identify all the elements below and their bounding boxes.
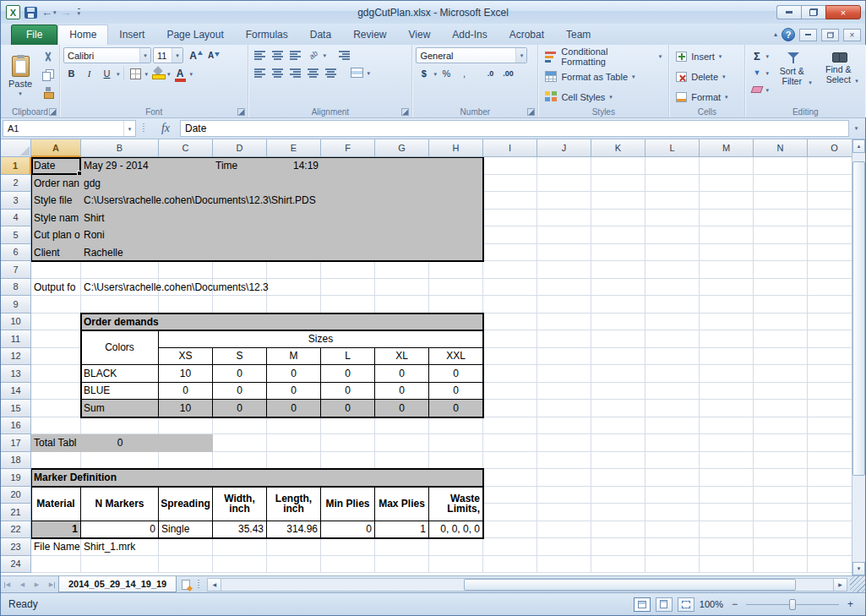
number-format-select[interactable]: General▾ (416, 47, 527, 63)
cell-H14[interactable]: 0 (429, 383, 483, 401)
row-header-14[interactable]: 14 (1, 383, 31, 401)
ribbon-tab-file[interactable]: File (11, 25, 57, 45)
increase-decimal-button[interactable]: .0 (482, 66, 498, 81)
column-header-M[interactable]: M (700, 139, 754, 157)
cell-G20[interactable]: Max Plies (375, 487, 429, 521)
row-header-2[interactable]: 2 (1, 175, 31, 193)
cell-E12[interactable]: M (267, 348, 321, 366)
cell-A8[interactable]: Output fo (31, 279, 81, 297)
align-right-button[interactable] (287, 65, 303, 80)
conditional-formatting-button[interactable]: Conditional Formatting ▾ (542, 47, 665, 65)
clipboard-dialog-launcher-icon[interactable] (49, 108, 57, 116)
close-button[interactable]: × (825, 5, 861, 19)
cell-D1[interactable]: Time (213, 157, 267, 175)
align-middle-button[interactable] (270, 47, 286, 63)
cell-B2[interactable]: gdg (81, 175, 159, 193)
chevron-down-icon[interactable]: ▾ (117, 71, 120, 77)
scroll-up-button[interactable]: ▲ (852, 139, 865, 153)
font-dialog-launcher-icon[interactable] (237, 108, 245, 116)
row-header-13[interactable]: 13 (1, 365, 31, 383)
column-header-N[interactable]: N (754, 139, 808, 157)
bold-button[interactable]: B (63, 66, 79, 81)
font-family-select[interactable]: Calibri▾ (63, 47, 151, 63)
chevron-down-icon[interactable]: ▾ (765, 87, 769, 93)
row-header-10[interactable]: 10 (1, 313, 31, 331)
cell-E15[interactable]: 0 (267, 400, 321, 417)
vertical-scrollbar[interactable]: ▲ ▼ (852, 139, 865, 575)
column-header-C[interactable]: C (159, 139, 213, 157)
cell-A3[interactable]: Style file (31, 192, 81, 210)
cell-D22[interactable]: 35.43 (213, 521, 267, 539)
decrease-decimal-button[interactable]: .00 (500, 66, 516, 81)
column-header-G[interactable]: G (375, 139, 429, 157)
insert-worksheet-button[interactable] (177, 576, 195, 592)
wrap-text-button[interactable] (336, 47, 352, 63)
view-page-break-button[interactable] (678, 597, 694, 612)
select-all-button[interactable] (1, 139, 31, 157)
chevron-down-icon[interactable]: ▾ (139, 48, 150, 63)
previous-sheet-button[interactable]: ◀ (15, 576, 30, 592)
cell-styles-button[interactable]: Cell Styles ▾ (542, 88, 665, 106)
cell-C20[interactable]: Spreading (159, 487, 213, 521)
ribbon-tab-insert[interactable]: Insert (108, 25, 155, 45)
align-center-button[interactable] (270, 65, 286, 80)
workbook-restore-button[interactable] (821, 29, 839, 41)
cell-B20[interactable]: N Markers (81, 487, 159, 521)
cell-A22[interactable]: 1 (31, 521, 81, 539)
format-painter-button[interactable] (40, 84, 56, 100)
cell-A23[interactable]: File Name (31, 538, 81, 556)
accounting-format-button[interactable]: $ (416, 66, 432, 81)
ribbon-tab-page-layout[interactable]: Page Layout (155, 25, 234, 45)
paste-button[interactable]: Paste ▾ (4, 47, 36, 105)
borders-button[interactable] (128, 66, 144, 81)
cell-B3[interactable]: C:\Users\rachelle.cohen\Documents\12.3\S… (81, 192, 159, 210)
column-header-D[interactable]: D (213, 139, 267, 157)
scroll-down-button[interactable]: ▼ (852, 562, 865, 575)
cell-D13[interactable]: 0 (213, 365, 267, 383)
column-header-J[interactable]: J (537, 139, 591, 157)
sheet-tab[interactable]: 2014_05_29_14_19_19 (58, 576, 177, 592)
row-header-24[interactable]: 24 (1, 556, 31, 574)
horizontal-scrollbar[interactable]: ◀ ▶ (207, 578, 847, 591)
chevron-down-icon[interactable]: ▾ (123, 121, 135, 136)
row-header-12[interactable]: 12 (1, 348, 31, 366)
insert-cells-button[interactable]: Insert ▾ (673, 47, 741, 65)
cell-B13[interactable]: BLACK (81, 365, 159, 383)
percent-style-button[interactable]: % (438, 66, 455, 81)
vertical-scroll-thumb[interactable] (852, 161, 865, 476)
zoom-out-button[interactable]: − (728, 598, 741, 611)
row-header-19[interactable]: 19 (1, 469, 31, 487)
chevron-down-icon[interactable]: ▾ (433, 71, 437, 77)
column-header-O[interactable]: O (808, 139, 852, 157)
shrink-font-button[interactable]: A (203, 48, 219, 63)
row-header-5[interactable]: 5 (1, 226, 31, 244)
cell-B22[interactable]: 0 (81, 521, 159, 539)
cell-F13[interactable]: 0 (321, 365, 375, 383)
cell-B23[interactable]: Shirt_1.mrk (81, 538, 159, 556)
autosum-button[interactable]: Σ (749, 48, 765, 63)
clear-button[interactable] (749, 82, 765, 97)
cell-D14[interactable]: 0 (213, 383, 267, 401)
column-header-K[interactable]: K (591, 139, 645, 157)
ribbon-tab-data[interactable]: Data (299, 25, 342, 45)
cell-A19[interactable]: Marker Definition (31, 469, 483, 487)
formula-input[interactable]: Date (180, 120, 849, 137)
view-normal-button[interactable] (634, 597, 651, 612)
increase-indent-button[interactable] (323, 65, 339, 80)
chevron-down-icon[interactable]: ▾ (190, 71, 193, 77)
chevron-down-icon[interactable]: ▾ (323, 52, 326, 58)
column-header-I[interactable]: I (483, 139, 537, 157)
tab-scrollbar-splitter[interactable] (195, 580, 202, 590)
cell-F20[interactable]: Min Plies (321, 487, 375, 521)
cell-H12[interactable]: XXL (429, 348, 483, 366)
customize-qat-button[interactable]: ▾ (78, 8, 81, 17)
save-button[interactable] (25, 7, 37, 19)
workbook-minimize-button[interactable] (799, 29, 817, 41)
row-header-22[interactable]: 22 (1, 521, 31, 539)
ribbon-tab-formulas[interactable]: Formulas (235, 25, 299, 45)
chevron-down-icon[interactable]: ▾ (765, 70, 769, 76)
cell-B14[interactable]: BLUE (81, 383, 159, 401)
ribbon-tab-home[interactable]: Home (57, 25, 108, 45)
format-as-table-button[interactable]: Format as Table ▾ (542, 68, 665, 85)
ribbon-tab-acrobat[interactable]: Acrobat (498, 25, 555, 45)
